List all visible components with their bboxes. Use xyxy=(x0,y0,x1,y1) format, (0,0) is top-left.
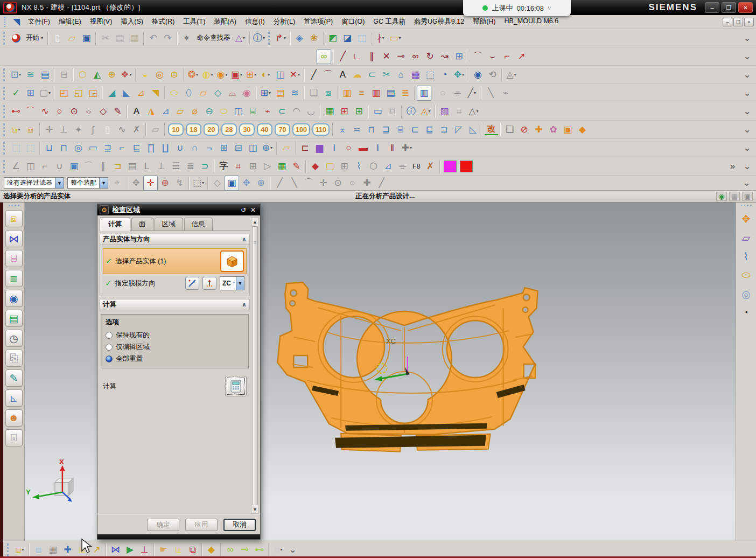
mold-size-button[interactable]: 70 xyxy=(275,123,290,136)
toolbar-icon[interactable]: ◩ xyxy=(326,31,340,46)
toolbar-icon[interactable]: ▣ xyxy=(79,31,94,46)
combo-dropdown-icon[interactable]: ▼ xyxy=(55,178,64,188)
toolbar-icon[interactable]: ▯ xyxy=(50,31,65,46)
close-button[interactable]: × xyxy=(738,2,753,13)
filter-combo[interactable]: 整个装配▼ xyxy=(67,177,108,189)
edit-text-icon[interactable]: 改 xyxy=(485,124,498,135)
toolbar-icon[interactable]: ⊞▾ xyxy=(258,86,273,101)
menu-item[interactable]: 视图(V) xyxy=(86,16,117,28)
dropdown-caret-icon[interactable]: ▾ xyxy=(41,36,43,40)
toolbar-icon[interactable]: ⌐ xyxy=(38,159,52,174)
toolbar-icon[interactable]: ⊙ xyxy=(67,104,81,119)
toolbar-icon[interactable]: ⊏ xyxy=(298,141,312,156)
toolbar-icon[interactable]: ⌁ xyxy=(260,104,275,119)
toolbar-icon[interactable]: ▭ xyxy=(370,104,385,119)
menu-item[interactable]: 信息(I) xyxy=(241,16,269,28)
toolbar-icon[interactable]: ✚ xyxy=(360,176,374,191)
radio-icon[interactable] xyxy=(106,332,113,339)
toolbar-icon[interactable]: ∤▾ xyxy=(374,31,388,46)
dropdown-caret-icon[interactable]: ▾ xyxy=(284,36,286,40)
toolbar-icon[interactable]: ◆ xyxy=(308,159,323,174)
toolbar-icon[interactable]: ⊞▾ xyxy=(244,67,258,82)
calculate-button[interactable] xyxy=(225,376,247,396)
toolbar-text-button[interactable]: 命令查找器 xyxy=(194,32,233,44)
chevron-down-icon[interactable]: ˅ xyxy=(548,5,551,11)
toolbar-icon[interactable]: ∩ xyxy=(187,141,202,156)
toolbar-icon[interactable]: ∐ xyxy=(158,141,173,156)
dialog-scrollbar[interactable]: ▲ ≡ ▼ xyxy=(251,218,259,514)
toolbar-icon[interactable]: ▢ xyxy=(323,159,337,174)
dropdown-caret-icon[interactable]: ▾ xyxy=(211,72,213,77)
toolbar-icon[interactable]: ◬▾ xyxy=(504,67,519,82)
toolbar-icon[interactable]: ⌄ xyxy=(740,104,754,119)
toolbar-grip[interactable] xyxy=(3,142,7,155)
toolbar-icon[interactable]: ⊥ xyxy=(154,159,169,174)
toolbar-icon[interactable]: ⊿ xyxy=(158,104,173,119)
toolbar-icon[interactable]: ◇ xyxy=(210,176,225,191)
toolbar-icon[interactable]: ⌄ xyxy=(740,31,754,46)
dropdown-caret-icon[interactable]: ▾ xyxy=(240,72,242,77)
toolbar-icon[interactable]: ◲ xyxy=(86,86,100,101)
toolbar-icon[interactable]: ✂ xyxy=(98,31,113,46)
toolbar-icon[interactable]: ⊕ xyxy=(104,67,119,82)
toolbar-icon[interactable]: ⊞ xyxy=(352,104,366,119)
toolbar-icon[interactable]: ▢▾ xyxy=(38,86,52,101)
toolbar-icon[interactable]: ⌄ xyxy=(739,176,754,191)
resource-bar-button[interactable]: ✎ xyxy=(5,369,23,387)
menu-item[interactable]: 分析(L) xyxy=(269,16,299,28)
toolbar-icon[interactable]: ⌗ xyxy=(452,104,466,119)
toolbar-icon[interactable]: ◮ xyxy=(144,104,158,119)
toolbar-icon[interactable]: ⌼ xyxy=(385,104,400,119)
toolbar-icon[interactable]: ☛ xyxy=(156,542,171,557)
toolbar-icon[interactable]: ╲ xyxy=(287,176,302,191)
toolbar-icon[interactable]: ∿ xyxy=(38,104,52,119)
toolbar-icon[interactable]: ✿ xyxy=(546,122,561,137)
toolbar-icon[interactable]: ⌄ xyxy=(740,122,754,137)
dropdown-caret-icon[interactable]: ▾ xyxy=(270,145,272,150)
toolbar-icon[interactable]: ⓘ▾ xyxy=(252,31,267,46)
toolbar-grip[interactable] xyxy=(7,543,11,556)
menubar-grip[interactable] xyxy=(4,17,7,27)
toolbar-icon[interactable]: ✎ xyxy=(110,104,125,119)
toolbar-icon[interactable]: ⬡ xyxy=(75,67,90,82)
dialog-titlebar[interactable]: ⚙ 检查区域 ↺ ✕ xyxy=(97,204,260,215)
toolbar-icon[interactable]: ◥ xyxy=(148,86,163,101)
toolbar-icon[interactable]: ∿ xyxy=(115,122,129,137)
toolbar-icon[interactable]: ⊷ xyxy=(9,104,23,119)
toolbar-icon[interactable]: ▶ xyxy=(123,542,137,557)
dropdown-caret-icon[interactable]: ▾ xyxy=(474,90,476,95)
toolbar-text-button[interactable]: F8 xyxy=(410,161,423,172)
mold-size-button[interactable]: 30 xyxy=(239,123,255,136)
toolbar-icon[interactable]: ⧈ xyxy=(31,542,46,557)
toolbar-icon[interactable]: ⟲ xyxy=(485,67,500,82)
toolbar-icon[interactable]: ↯ xyxy=(172,176,187,191)
toolbar-icon[interactable]: ▥ xyxy=(369,86,383,101)
menu-item[interactable]: 工具(T) xyxy=(179,16,209,28)
toolbar-icon[interactable]: ⊞ xyxy=(452,49,466,64)
toolbar-icon[interactable]: ◈ xyxy=(292,31,307,46)
toolbar-icon[interactable]: ∪ xyxy=(173,141,187,156)
group-product-header[interactable]: 产品实体与方向 ∧ xyxy=(100,234,250,245)
toolbar-icon[interactable]: ❏ xyxy=(502,122,517,137)
toolbar-icon[interactable]: ⊕▾ xyxy=(260,141,275,156)
toolbar-icon[interactable]: ⌓ xyxy=(225,86,240,101)
draft-direction-row[interactable]: ✓ 指定脱模方向 xyxy=(103,274,247,292)
toolbar-icon[interactable]: ⌒ xyxy=(321,67,335,82)
toolbar-icon[interactable]: ⊿ xyxy=(381,159,395,174)
toolbar-icon[interactable]: ∞ xyxy=(408,49,423,64)
toolbar-icon[interactable]: ∪ xyxy=(52,159,67,174)
toolbar-icon[interactable]: ⊟ xyxy=(231,141,246,156)
toolbar-icon[interactable]: ⊸ xyxy=(237,542,252,557)
toolbar-icon[interactable]: ≣ xyxy=(183,159,198,174)
toolbar-icon[interactable]: ▤ xyxy=(383,86,398,101)
toolbar-icon[interactable]: ⬭ xyxy=(216,104,231,119)
toolbar-icon[interactable]: ↱▾ xyxy=(274,31,288,46)
toolbar-icon[interactable]: ○ xyxy=(52,104,67,119)
menu-item[interactable]: 插入(S) xyxy=(116,16,148,28)
toolbar-icon[interactable]: ↷ xyxy=(160,31,175,46)
dropdown-caret-icon[interactable]: ▾ xyxy=(298,72,300,77)
dropdown-caret-icon[interactable]: ▾ xyxy=(22,547,24,552)
dropdown-caret-icon[interactable]: ▾ xyxy=(19,72,21,77)
toolbar-icon[interactable]: ❂▾ xyxy=(186,67,200,82)
toolbar-icon[interactable]: ⌗ xyxy=(231,159,246,174)
